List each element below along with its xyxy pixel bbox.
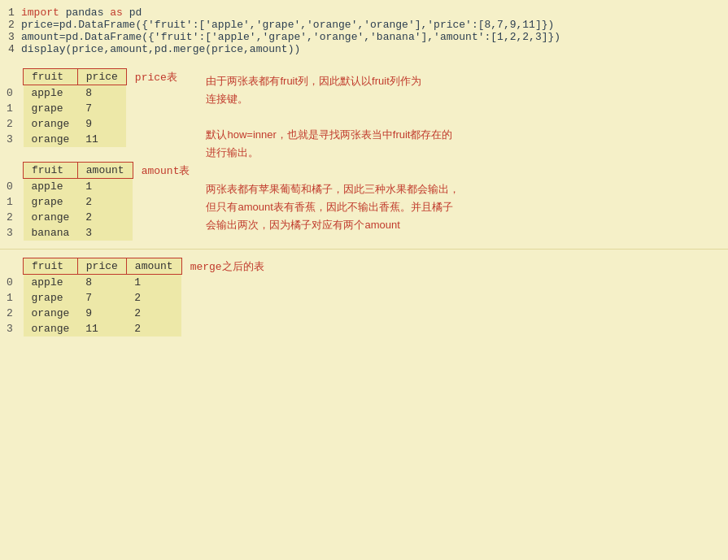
explanation-line-2: 连接键。 — [206, 90, 721, 108]
code-line-2: 2 price=pd.DataFrame({'fruit':['apple','… — [8, 19, 720, 31]
price-fruit-3: orange — [24, 132, 78, 147]
line-num-2: 2 — [8, 19, 18, 31]
explanation-line-1: 由于两张表都有fruit列，因此默认以fruit列作为 — [206, 72, 721, 90]
amount-idx-0: 0 — [7, 179, 24, 195]
amount-col-amount: amount — [77, 163, 133, 179]
line-num-1: 1 — [8, 7, 18, 19]
amount-table: fruit amount 0 apple 1 1 grape — [7, 162, 133, 241]
code-content-1: import pandas as pd — [21, 7, 142, 19]
code-line-1: 1 import pandas as pd — [8, 7, 720, 19]
price-idx-0: 0 — [7, 85, 24, 102]
price-price-2: 9 — [77, 116, 126, 132]
amount-row-0: 0 apple 1 — [7, 179, 133, 195]
explanation-line-4: 默认how=inner，也就是寻找两张表当中fruit都存在的 — [206, 126, 721, 144]
price-table-wrapper: fruit price 0 apple 8 1 grape — [7, 68, 127, 147]
merged-idx-0: 0 — [7, 275, 24, 291]
merged-fruit-2: orange — [24, 306, 78, 321]
price-idx-2: 2 — [7, 116, 24, 132]
code-content-3: amount=pd.DataFrame({'fruit':['apple','g… — [21, 31, 560, 43]
price-table-label: price表 — [135, 68, 177, 85]
bottom-section: fruit price amount 0 apple 8 1 1 grape — [0, 249, 728, 345]
code-line-4: 4 display(price,amount,pd.merge(price,am… — [8, 43, 720, 55]
amount-fruit-0: apple — [24, 179, 78, 195]
price-idx-3: 3 — [7, 132, 24, 147]
keyword-import: import — [21, 7, 59, 19]
merged-container: fruit price amount 0 apple 8 1 1 grape — [7, 258, 721, 336]
amount-row-3: 3 banana 3 — [7, 225, 133, 241]
price-col-fruit: fruit — [24, 69, 78, 85]
merged-col-fruit: fruit — [24, 258, 78, 275]
merged-price-2: 9 — [77, 306, 126, 321]
merged-col-amount: amount — [126, 258, 181, 275]
left-panel: fruit price 0 apple 8 1 grape — [7, 68, 190, 241]
merged-amount-1: 2 — [126, 290, 181, 306]
amount-amount-3: 3 — [77, 225, 133, 241]
amount-row-2: 2 orange 2 — [7, 210, 133, 225]
price-row-3: 3 orange 11 — [7, 132, 126, 147]
amount-table-container: fruit amount 0 apple 1 1 grape — [7, 162, 190, 241]
line-num-4: 4 — [8, 43, 18, 55]
amount-col-fruit: fruit — [24, 163, 78, 179]
price-fruit-1: grape — [24, 101, 78, 116]
explanation-line-7: 两张表都有苹果葡萄和橘子，因此三种水果都会输出， — [206, 180, 721, 198]
merged-price-0: 8 — [77, 275, 126, 291]
merged-table-label: merge之后的表 — [190, 258, 264, 274]
merged-fruit-1: grape — [24, 290, 78, 306]
price-col-price: price — [77, 69, 126, 85]
merged-table: fruit price amount 0 apple 8 1 1 grape — [7, 258, 182, 336]
amount-idx-2: 2 — [7, 210, 24, 225]
merged-price-3: 11 — [77, 321, 126, 336]
price-price-1: 7 — [77, 101, 126, 116]
main-content: fruit price 0 apple 8 1 grape — [0, 60, 728, 249]
merged-idx-2: 2 — [7, 306, 24, 321]
amount-idx-1: 1 — [7, 194, 24, 210]
merged-table-wrapper: fruit price amount 0 apple 8 1 1 grape — [7, 258, 182, 336]
price-row-2: 2 orange 9 — [7, 116, 126, 132]
code-text: pandas — [66, 7, 111, 19]
code-section: 1 import pandas as pd 2 price=pd.DataFra… — [0, 0, 728, 60]
amount-row-1: 1 grape 2 — [7, 194, 133, 210]
merged-amount-0: 1 — [126, 275, 181, 291]
price-table-container: fruit price 0 apple 8 1 grape — [7, 68, 190, 147]
amount-fruit-3: banana — [24, 225, 78, 241]
code-text: pd — [129, 7, 142, 19]
explanation-panel: 由于两张表都有fruit列，因此默认以fruit列作为 连接键。 默认how=i… — [206, 68, 721, 241]
price-price-3: 11 — [77, 132, 126, 147]
price-fruit-2: orange — [24, 116, 78, 132]
merged-amount-3: 2 — [126, 321, 181, 336]
amount-fruit-2: orange — [24, 210, 78, 225]
price-row-1: 1 grape 7 — [7, 101, 126, 116]
amount-amount-0: 1 — [77, 179, 133, 195]
amount-idx-3: 3 — [7, 225, 24, 241]
code-line-3: 3 amount=pd.DataFrame({'fruit':['apple',… — [8, 31, 720, 43]
amount-amount-2: 2 — [77, 210, 133, 225]
price-row-0: 0 apple 8 — [7, 85, 126, 102]
explanation-line-9: 会输出两次，因为橘子对应有两个amount — [206, 216, 721, 234]
amount-fruit-1: grape — [24, 194, 78, 210]
keyword-as: as — [110, 7, 123, 19]
merged-price-1: 7 — [77, 290, 126, 306]
merged-fruit-0: apple — [24, 275, 78, 291]
merged-fruit-3: orange — [24, 321, 78, 336]
price-table: fruit price 0 apple 8 1 grape — [7, 68, 127, 147]
code-content-4: display(price,amount,pd.merge(price,amou… — [21, 43, 300, 55]
merged-row-3: 3 orange 11 2 — [7, 321, 181, 336]
merged-amount-2: 2 — [126, 306, 181, 321]
merged-row-1: 1 grape 7 2 — [7, 290, 181, 306]
price-fruit-0: apple — [24, 85, 78, 102]
merged-idx-1: 1 — [7, 290, 24, 306]
price-idx-1: 1 — [7, 101, 24, 116]
amount-table-wrapper: fruit amount 0 apple 1 1 grape — [7, 162, 133, 241]
merged-col-price: price — [77, 258, 126, 275]
code-content-2: price=pd.DataFrame({'fruit':['apple','gr… — [21, 19, 554, 31]
explanation-line-5: 进行输出。 — [206, 144, 721, 162]
merged-row-2: 2 orange 9 2 — [7, 306, 181, 321]
amount-table-label: amount表 — [142, 162, 190, 178]
line-num-3: 3 — [8, 31, 18, 43]
merged-idx-3: 3 — [7, 321, 24, 336]
price-price-0: 8 — [77, 85, 126, 102]
merged-row-0: 0 apple 8 1 — [7, 275, 181, 291]
explanation-line-8: 但只有amount表有香蕉，因此不输出香蕉。并且橘子 — [206, 198, 721, 216]
amount-amount-1: 2 — [77, 194, 133, 210]
